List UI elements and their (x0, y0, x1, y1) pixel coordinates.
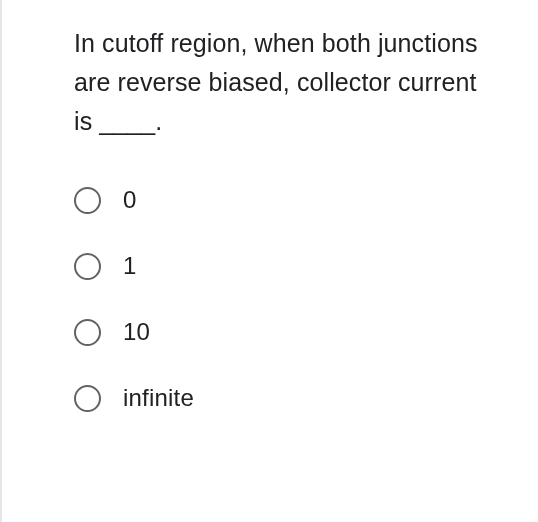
option-label: 0 (123, 186, 137, 214)
option-0[interactable]: 0 (74, 186, 498, 214)
option-label: 10 (123, 318, 150, 346)
option-1[interactable]: 1 (74, 252, 498, 280)
options-group: 0 1 10 infinite (74, 186, 498, 412)
radio-icon (74, 319, 101, 346)
question-container: In cutoff region, when both junctions ar… (0, 0, 538, 436)
option-10[interactable]: 10 (74, 318, 498, 346)
radio-icon (74, 253, 101, 280)
option-label: infinite (123, 384, 194, 412)
option-infinite[interactable]: infinite (74, 384, 498, 412)
left-divider (0, 0, 2, 522)
option-label: 1 (123, 252, 137, 280)
radio-icon (74, 385, 101, 412)
question-text: In cutoff region, when both junctions ar… (74, 24, 498, 140)
radio-icon (74, 187, 101, 214)
